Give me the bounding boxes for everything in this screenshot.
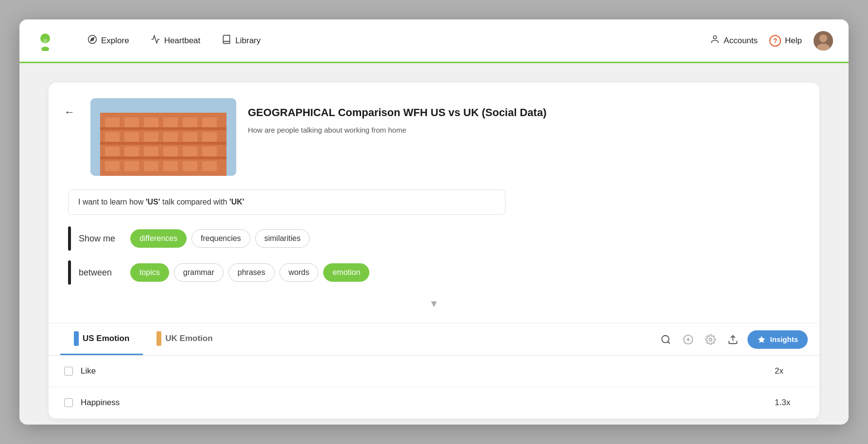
svg-rect-17 [105, 132, 120, 142]
filter-chips-showme: differences frequencies similarities [130, 229, 310, 248]
library-label: Library [235, 36, 260, 46]
svg-rect-33 [183, 161, 197, 171]
svg-rect-32 [163, 161, 178, 171]
divider-arrow: ▼ [68, 294, 800, 309]
help-icon: ? [769, 35, 781, 47]
main-content: ← [19, 63, 849, 425]
svg-rect-15 [183, 118, 197, 127]
svg-line-39 [668, 342, 670, 343]
nav-bar: Explore Heartbeat Libra [19, 19, 849, 63]
filter-bar-2 [68, 260, 71, 285]
query-term1: 'US' [146, 198, 160, 206]
chip-words[interactable]: words [279, 263, 319, 282]
svg-rect-36 [100, 142, 226, 145]
svg-rect-13 [144, 118, 158, 127]
chip-emotion[interactable]: emotion [323, 263, 369, 282]
compass-icon [87, 34, 97, 47]
svg-rect-16 [202, 118, 217, 127]
app-window: Explore Heartbeat Libra [19, 19, 849, 425]
svg-point-5 [713, 36, 717, 39]
user-avatar[interactable] [814, 31, 833, 51]
row-checkbox-like[interactable] [64, 367, 73, 376]
row-value-happiness: 1.3x [775, 398, 804, 408]
query-section: I want to learn how 'US' talk compared w… [49, 176, 819, 215]
tab-uk-label: UK Emotion [165, 334, 212, 343]
query-text-before: I want to learn how [78, 198, 146, 206]
search-icon[interactable] [658, 332, 674, 347]
nav-heartbeat[interactable]: Heartbeat [142, 31, 209, 51]
query-box: I want to learn how 'US' talk compared w… [68, 189, 505, 215]
svg-rect-31 [144, 161, 158, 171]
nav-right: Accounts ? Help [710, 31, 833, 51]
svg-rect-20 [163, 132, 178, 142]
header-text: GEOGRAPHICAL Comparison WFH US vs UK (So… [248, 98, 546, 134]
back-button[interactable]: ← [60, 102, 79, 122]
card-header: ← [49, 83, 819, 176]
filter-label-between: between [79, 268, 122, 278]
filter-row-showme: Show me differences frequencies similari… [68, 226, 800, 251]
table-row: Happiness 1.3x [49, 387, 819, 419]
insights-label: Insights [770, 335, 798, 343]
svg-rect-18 [124, 132, 139, 142]
tabs-actions: Insights [658, 330, 808, 349]
chip-frequencies[interactable]: frequencies [191, 229, 250, 248]
accounts-label: Accounts [724, 36, 758, 46]
filter-row-between: between topics grammar phrases words emo… [68, 260, 800, 285]
tab-uk-emotion[interactable]: UK Emotion [143, 324, 226, 355]
nav-explore[interactable]: Explore [79, 31, 138, 51]
query-term2: 'UK' [229, 198, 244, 206]
row-label-happiness: Happiness [81, 398, 767, 408]
row-checkbox-happiness[interactable] [64, 398, 73, 407]
svg-rect-14 [163, 118, 178, 127]
chip-grammar[interactable]: grammar [174, 263, 224, 282]
filter-bar-1 [68, 226, 71, 251]
chip-phrases[interactable]: phrases [228, 263, 275, 282]
row-value-like: 2x [775, 366, 804, 376]
svg-rect-24 [124, 147, 139, 156]
page-subtitle: How are people talking about working fro… [248, 126, 546, 134]
content-card: ← [49, 83, 819, 419]
add-icon[interactable] [680, 332, 696, 347]
svg-point-1 [41, 47, 49, 51]
svg-rect-34 [202, 161, 217, 171]
filter-chips-between: topics grammar phrases words emotion [130, 263, 369, 282]
svg-rect-19 [144, 132, 158, 142]
svg-point-2 [43, 39, 47, 43]
tab-indicator-uk [156, 331, 161, 346]
library-icon [222, 34, 231, 47]
nav-help[interactable]: ? Help [769, 35, 802, 47]
explore-label: Explore [101, 36, 129, 46]
chip-similarities[interactable]: similarities [255, 229, 310, 248]
svg-rect-21 [183, 132, 197, 142]
svg-rect-35 [100, 127, 226, 130]
nav-links: Explore Heartbeat Libra [79, 31, 694, 51]
svg-point-38 [662, 335, 669, 342]
svg-rect-25 [144, 147, 158, 156]
person-icon [710, 34, 720, 47]
heartbeat-label: Heartbeat [164, 36, 201, 46]
export-icon[interactable] [725, 332, 741, 347]
insights-button[interactable]: Insights [747, 330, 808, 349]
table-row: Like 2x [49, 356, 819, 387]
heartbeat-icon [151, 34, 160, 47]
svg-marker-4 [90, 37, 94, 41]
svg-rect-30 [124, 161, 139, 171]
row-label-like: Like [81, 366, 767, 376]
app-logo[interactable] [35, 31, 55, 51]
nav-accounts[interactable]: Accounts [710, 34, 758, 47]
chip-topics[interactable]: topics [130, 263, 169, 282]
data-rows: Like 2x Happiness 1.3x [49, 356, 819, 419]
tab-us-emotion[interactable]: US Emotion [60, 324, 143, 355]
chip-differences[interactable]: differences [130, 229, 187, 248]
settings-icon[interactable] [703, 332, 718, 347]
filter-label-showme: Show me [79, 234, 122, 244]
tabs-header: US Emotion UK Emotion [49, 324, 819, 356]
svg-rect-26 [163, 147, 178, 156]
svg-rect-11 [105, 118, 120, 127]
nav-library[interactable]: Library [213, 31, 269, 51]
svg-rect-27 [183, 147, 197, 156]
tab-indicator-us [74, 331, 79, 346]
query-text-middle: talk compared with [160, 198, 229, 206]
header-image [90, 98, 236, 176]
tabs-section: US Emotion UK Emotion [49, 323, 819, 419]
